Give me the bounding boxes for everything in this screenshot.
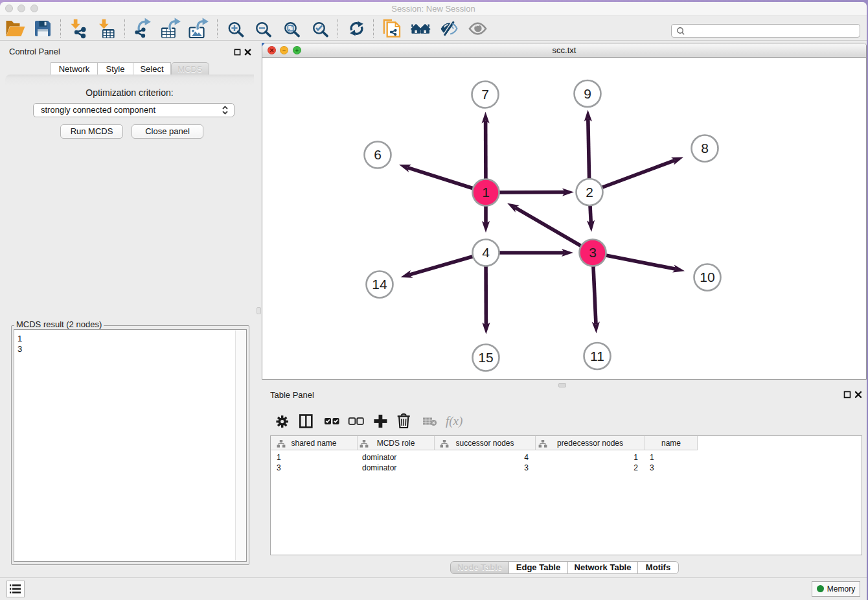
svg-text:14: 14: [372, 277, 387, 292]
svg-text:6: 6: [374, 147, 382, 162]
svg-text:1: 1: [482, 185, 490, 200]
svg-text:9: 9: [584, 86, 591, 101]
svg-text:4: 4: [482, 245, 490, 260]
svg-text:7: 7: [481, 87, 489, 102]
svg-text:f(x): f(x): [446, 414, 463, 428]
svg-text:2: 2: [586, 185, 593, 200]
svg-text:3: 3: [589, 245, 597, 260]
svg-text:10: 10: [700, 270, 714, 284]
svg-text:8: 8: [701, 141, 709, 156]
svg-text:15: 15: [478, 350, 493, 365]
svg-text:11: 11: [590, 349, 604, 363]
